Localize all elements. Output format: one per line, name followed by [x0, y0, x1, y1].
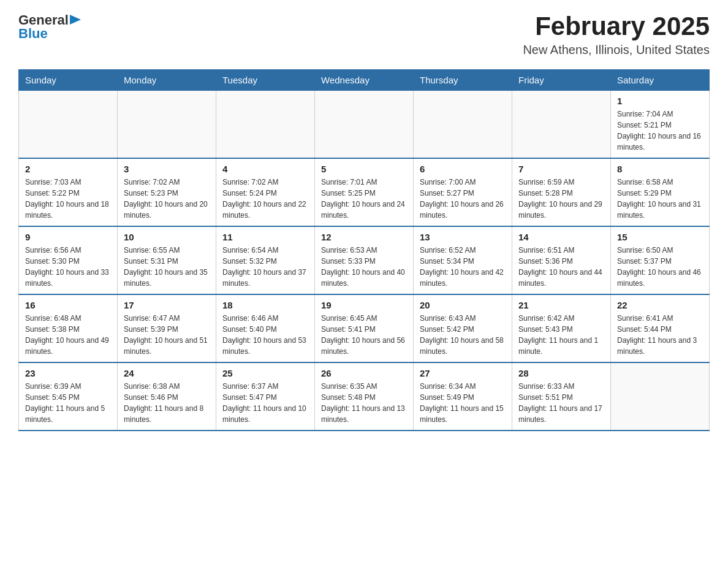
day-info: Sunrise: 6:50 AMSunset: 5:37 PMDaylight:…: [617, 246, 701, 288]
calendar-cell: 9Sunrise: 6:56 AMSunset: 5:30 PMDaylight…: [19, 226, 118, 294]
calendar-week-row: 2Sunrise: 7:03 AMSunset: 5:22 PMDaylight…: [19, 158, 710, 226]
day-info: Sunrise: 7:02 AMSunset: 5:24 PMDaylight:…: [222, 178, 306, 220]
day-number: 15: [617, 232, 703, 242]
day-number: 1: [617, 96, 703, 106]
svg-marker-0: [70, 15, 81, 25]
calendar-cell: 19Sunrise: 6:45 AMSunset: 5:41 PMDayligh…: [315, 294, 414, 362]
calendar-cell: 5Sunrise: 7:01 AMSunset: 5:25 PMDaylight…: [315, 158, 414, 226]
day-number: 7: [518, 164, 604, 174]
day-info: Sunrise: 6:46 AMSunset: 5:40 PMDaylight:…: [222, 314, 306, 356]
day-info: Sunrise: 7:02 AMSunset: 5:23 PMDaylight:…: [124, 178, 208, 220]
day-info: Sunrise: 6:53 AMSunset: 5:33 PMDaylight:…: [321, 246, 405, 288]
day-number: 6: [420, 164, 506, 174]
calendar-cell: 7Sunrise: 6:59 AMSunset: 5:28 PMDaylight…: [512, 158, 611, 226]
calendar-header-thursday: Thursday: [414, 70, 512, 91]
calendar-cell: [611, 362, 710, 431]
calendar-cell: 18Sunrise: 6:46 AMSunset: 5:40 PMDayligh…: [216, 294, 315, 362]
title-block: February 2025 New Athens, Illinois, Unit…: [523, 12, 710, 57]
day-number: 28: [518, 368, 604, 378]
calendar-cell: [19, 91, 118, 159]
calendar-header-tuesday: Tuesday: [216, 70, 315, 91]
calendar-cell: 26Sunrise: 6:35 AMSunset: 5:48 PMDayligh…: [315, 362, 414, 431]
day-info: Sunrise: 6:38 AMSunset: 5:46 PMDaylight:…: [124, 382, 203, 424]
calendar-cell: 4Sunrise: 7:02 AMSunset: 5:24 PMDaylight…: [216, 158, 315, 226]
day-info: Sunrise: 6:45 AMSunset: 5:41 PMDaylight:…: [321, 314, 405, 356]
day-info: Sunrise: 6:51 AMSunset: 5:36 PMDaylight:…: [518, 246, 602, 288]
day-info: Sunrise: 7:04 AMSunset: 5:21 PMDaylight:…: [617, 110, 701, 151]
calendar-header-friday: Friday: [512, 70, 611, 91]
calendar-cell: 25Sunrise: 6:37 AMSunset: 5:47 PMDayligh…: [216, 362, 315, 431]
logo-text-blue: Blue: [18, 26, 48, 42]
calendar-cell: 3Sunrise: 7:02 AMSunset: 5:23 PMDaylight…: [118, 158, 216, 226]
day-info: Sunrise: 7:00 AMSunset: 5:27 PMDaylight:…: [420, 178, 504, 220]
calendar-cell: 15Sunrise: 6:50 AMSunset: 5:37 PMDayligh…: [611, 226, 710, 294]
calendar-week-row: 23Sunrise: 6:39 AMSunset: 5:45 PMDayligh…: [19, 362, 710, 431]
day-number: 12: [321, 232, 407, 242]
calendar-header-sunday: Sunday: [19, 70, 118, 91]
day-number: 9: [25, 232, 111, 242]
day-info: Sunrise: 6:52 AMSunset: 5:34 PMDaylight:…: [420, 246, 504, 288]
calendar-header-wednesday: Wednesday: [315, 70, 414, 91]
calendar-week-row: 1Sunrise: 7:04 AMSunset: 5:21 PMDaylight…: [19, 91, 710, 159]
day-info: Sunrise: 6:34 AMSunset: 5:49 PMDaylight:…: [420, 382, 504, 424]
day-number: 16: [25, 300, 111, 310]
calendar-cell: [118, 91, 216, 159]
day-info: Sunrise: 6:37 AMSunset: 5:47 PMDaylight:…: [222, 382, 306, 424]
day-number: 17: [124, 300, 210, 310]
day-number: 10: [124, 232, 210, 242]
day-info: Sunrise: 6:39 AMSunset: 5:45 PMDaylight:…: [25, 382, 105, 424]
calendar-week-row: 9Sunrise: 6:56 AMSunset: 5:30 PMDaylight…: [19, 226, 710, 294]
calendar-week-row: 16Sunrise: 6:48 AMSunset: 5:38 PMDayligh…: [19, 294, 710, 362]
day-number: 3: [124, 164, 210, 174]
calendar-cell: [315, 91, 414, 159]
day-number: 18: [222, 300, 308, 310]
day-info: Sunrise: 6:55 AMSunset: 5:31 PMDaylight:…: [124, 246, 208, 288]
calendar-body: 1Sunrise: 7:04 AMSunset: 5:21 PMDaylight…: [19, 91, 710, 431]
page-title: February 2025: [523, 12, 710, 40]
calendar-header-saturday: Saturday: [611, 70, 710, 91]
day-info: Sunrise: 6:42 AMSunset: 5:43 PMDaylight:…: [518, 314, 598, 356]
day-number: 4: [222, 164, 308, 174]
calendar-cell: 21Sunrise: 6:42 AMSunset: 5:43 PMDayligh…: [512, 294, 611, 362]
calendar-cell: 27Sunrise: 6:34 AMSunset: 5:49 PMDayligh…: [414, 362, 512, 431]
calendar-cell: [512, 91, 611, 159]
day-number: 5: [321, 164, 407, 174]
day-number: 2: [25, 164, 111, 174]
day-info: Sunrise: 6:58 AMSunset: 5:29 PMDaylight:…: [617, 178, 701, 220]
calendar-cell: [216, 91, 315, 159]
calendar-cell: 16Sunrise: 6:48 AMSunset: 5:38 PMDayligh…: [19, 294, 118, 362]
calendar-cell: 13Sunrise: 6:52 AMSunset: 5:34 PMDayligh…: [414, 226, 512, 294]
calendar-cell: 11Sunrise: 6:54 AMSunset: 5:32 PMDayligh…: [216, 226, 315, 294]
calendar-cell: 14Sunrise: 6:51 AMSunset: 5:36 PMDayligh…: [512, 226, 611, 294]
day-info: Sunrise: 7:03 AMSunset: 5:22 PMDaylight:…: [25, 178, 109, 220]
calendar-cell: 1Sunrise: 7:04 AMSunset: 5:21 PMDaylight…: [611, 91, 710, 159]
day-number: 19: [321, 300, 407, 310]
day-number: 22: [617, 300, 703, 310]
day-number: 25: [222, 368, 308, 378]
logo: General Blue: [18, 12, 81, 42]
page-subtitle: New Athens, Illinois, United States: [523, 43, 710, 57]
day-info: Sunrise: 6:43 AMSunset: 5:42 PMDaylight:…: [420, 314, 504, 356]
day-info: Sunrise: 6:54 AMSunset: 5:32 PMDaylight:…: [222, 246, 306, 288]
calendar-cell: 10Sunrise: 6:55 AMSunset: 5:31 PMDayligh…: [118, 226, 216, 294]
calendar-cell: 22Sunrise: 6:41 AMSunset: 5:44 PMDayligh…: [611, 294, 710, 362]
day-number: 26: [321, 368, 407, 378]
calendar-table: SundayMondayTuesdayWednesdayThursdayFrid…: [18, 69, 710, 431]
calendar-cell: 28Sunrise: 6:33 AMSunset: 5:51 PMDayligh…: [512, 362, 611, 431]
day-number: 11: [222, 232, 308, 242]
day-number: 27: [420, 368, 506, 378]
day-info: Sunrise: 7:01 AMSunset: 5:25 PMDaylight:…: [321, 178, 405, 220]
logo-arrow-icon: [70, 15, 81, 25]
day-number: 8: [617, 164, 703, 174]
calendar-header-monday: Monday: [118, 70, 216, 91]
page-header: General Blue February 2025 New Athens, I…: [18, 12, 710, 57]
day-info: Sunrise: 6:56 AMSunset: 5:30 PMDaylight:…: [25, 246, 109, 288]
calendar-cell: 23Sunrise: 6:39 AMSunset: 5:45 PMDayligh…: [19, 362, 118, 431]
calendar-cell: 24Sunrise: 6:38 AMSunset: 5:46 PMDayligh…: [118, 362, 216, 431]
day-info: Sunrise: 6:41 AMSunset: 5:44 PMDaylight:…: [617, 314, 697, 356]
day-info: Sunrise: 6:48 AMSunset: 5:38 PMDaylight:…: [25, 314, 109, 356]
day-info: Sunrise: 6:47 AMSunset: 5:39 PMDaylight:…: [124, 314, 208, 356]
calendar-cell: 17Sunrise: 6:47 AMSunset: 5:39 PMDayligh…: [118, 294, 216, 362]
day-number: 20: [420, 300, 506, 310]
day-info: Sunrise: 6:35 AMSunset: 5:48 PMDaylight:…: [321, 382, 405, 424]
